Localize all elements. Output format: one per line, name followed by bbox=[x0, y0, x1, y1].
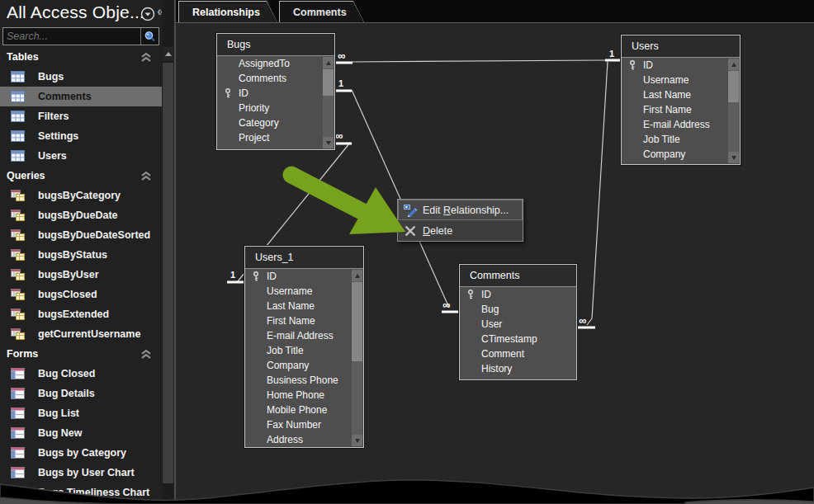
field-row[interactable]: Fax Number bbox=[245, 417, 363, 432]
sidebar-item-bugs-by-category[interactable]: Bugs by Category bbox=[0, 443, 162, 463]
field-row[interactable]: E-mail Address bbox=[245, 328, 363, 343]
field-row[interactable]: E-mail Address bbox=[622, 117, 740, 132]
query-icon bbox=[11, 229, 25, 241]
table-box-bugs[interactable]: Bugs AssignedTo Comments ID Priority Cat… bbox=[216, 33, 335, 150]
sidebar-item-bugsbyduedate[interactable]: bugsByDueDate bbox=[0, 205, 162, 225]
menu-item-edit-relationship[interactable]: Edit Relationship... bbox=[398, 200, 523, 220]
field-row[interactable]: Bug bbox=[460, 302, 576, 317]
section-header-tables[interactable]: Tables bbox=[0, 47, 162, 67]
box-scrollbar[interactable] bbox=[323, 57, 334, 148]
sidebar-item-bug-new[interactable]: Bug New bbox=[0, 423, 162, 443]
field-row[interactable]: Project bbox=[217, 130, 334, 145]
section-header-queries[interactable]: Queries bbox=[0, 166, 162, 186]
scroll-up-button[interactable] bbox=[728, 59, 739, 70]
section-header-forms[interactable]: Forms bbox=[0, 344, 162, 364]
table-box-title[interactable]: Bugs bbox=[217, 34, 334, 55]
table-box-title[interactable]: Users bbox=[622, 35, 740, 57]
field-row[interactable]: ID bbox=[622, 58, 740, 73]
document-tab-bar: Relationships Comments bbox=[176, 0, 814, 22]
form-icon bbox=[11, 368, 25, 379]
scroll-up-button[interactable] bbox=[163, 47, 173, 61]
sidebar-item-bugsextended[interactable]: bugsExtended bbox=[0, 304, 162, 324]
sidebar-item-users[interactable]: Users bbox=[0, 146, 162, 166]
field-row[interactable]: Priority bbox=[217, 101, 334, 115]
field-row[interactable]: Job Title bbox=[245, 343, 363, 358]
sidebar-item-bug-closed[interactable]: Bug Closed bbox=[0, 364, 162, 384]
sidebar-item-bugs-by-user-chart[interactable]: Bugs by User Chart bbox=[0, 463, 162, 483]
field-row[interactable]: History bbox=[460, 361, 576, 376]
pane-separator[interactable] bbox=[174, 0, 176, 504]
sidebar-item-bugsbyduedatesorted[interactable]: bugsByDueDateSorted bbox=[0, 225, 162, 245]
sidebar-item-bugsbycategory[interactable]: bugsByCategory bbox=[0, 186, 162, 205]
sidebar-item-getcurrentusername[interactable]: getCurrentUsername bbox=[0, 324, 162, 344]
sidebar-item-bugsbyuser[interactable]: bugsByUser bbox=[0, 265, 162, 285]
query-icon bbox=[11, 249, 25, 261]
field-row[interactable]: Address bbox=[245, 432, 363, 447]
tab-relationships[interactable]: Relationships bbox=[178, 1, 277, 22]
query-icon bbox=[11, 328, 25, 340]
field-row[interactable]: User bbox=[460, 317, 576, 332]
sidebar-item-bug-details[interactable]: Bug Details bbox=[0, 384, 162, 403]
scroll-down-button[interactable] bbox=[352, 435, 362, 446]
box-scrollbar[interactable] bbox=[728, 59, 739, 163]
sidebar-item-bugsclosed[interactable]: bugsClosed bbox=[0, 285, 162, 304]
field-row[interactable]: Comments bbox=[217, 71, 334, 86]
field-row[interactable]: ID bbox=[460, 287, 576, 302]
scroll-up-button[interactable] bbox=[352, 270, 362, 281]
sidebar-item-filters[interactable]: Filters bbox=[0, 106, 162, 126]
table-box-users1[interactable]: Users_1 ID Username Last Name First Name… bbox=[244, 246, 364, 448]
field-row[interactable]: Company bbox=[622, 147, 740, 162]
scroll-down-button[interactable] bbox=[728, 152, 739, 163]
table-box-comments[interactable]: Comments ID Bug User CTimestamp Comment … bbox=[459, 264, 577, 380]
access-window: All Access Obje... « Tables bbox=[0, 0, 814, 504]
field-row[interactable]: Business Phone bbox=[245, 373, 363, 388]
field-row[interactable]: CTimestamp bbox=[460, 332, 576, 346]
field-row[interactable]: AssignedTo bbox=[217, 56, 334, 71]
sidebar-item-bug-list[interactable]: Bug List bbox=[0, 403, 162, 423]
primary-key-icon bbox=[628, 60, 637, 70]
field-row[interactable]: Comment bbox=[460, 346, 576, 361]
form-icon bbox=[11, 487, 25, 498]
sidebar-item-bugs-timeliness-chart[interactable]: Bugs Timeliness Chart bbox=[0, 483, 162, 502]
form-icon bbox=[11, 447, 25, 459]
menu-item-delete[interactable]: Delete bbox=[398, 220, 523, 241]
sidebar-item-bugsbystatus[interactable]: bugsByStatus bbox=[0, 245, 162, 265]
field-row[interactable]: Last Name bbox=[245, 299, 363, 313]
form-icon bbox=[11, 407, 25, 419]
table-box-title[interactable]: Users_1 bbox=[245, 247, 363, 268]
field-row[interactable]: ID bbox=[245, 269, 363, 284]
search-input[interactable] bbox=[3, 28, 140, 45]
field-row[interactable]: Username bbox=[245, 284, 363, 299]
field-row[interactable]: First Name bbox=[245, 313, 363, 328]
form-icon bbox=[11, 388, 25, 399]
nav-scrollbar[interactable] bbox=[162, 0, 174, 504]
field-row[interactable]: Job Title bbox=[622, 132, 740, 147]
edit-relationship-icon bbox=[404, 204, 418, 217]
scrollbar-thumb[interactable] bbox=[163, 63, 173, 483]
field-row[interactable]: Username bbox=[622, 73, 740, 87]
scrollbar-thumb[interactable] bbox=[728, 71, 739, 102]
sidebar-item-settings[interactable]: Settings bbox=[0, 126, 162, 146]
sidebar-item-comments[interactable]: Comments bbox=[0, 87, 162, 106]
query-icon bbox=[11, 210, 25, 221]
scroll-up-button[interactable] bbox=[323, 57, 334, 68]
table-box-users[interactable]: Users ID Username Last Name First Name E… bbox=[621, 35, 741, 165]
field-row[interactable]: Company bbox=[245, 358, 363, 373]
table-icon bbox=[11, 150, 25, 162]
table-box-title[interactable]: Comments bbox=[460, 265, 576, 286]
tab-comments[interactable]: Comments bbox=[279, 1, 364, 22]
field-row[interactable]: Category bbox=[217, 115, 334, 130]
scrollbar-thumb[interactable] bbox=[323, 69, 334, 96]
nav-menu-circle-icon[interactable] bbox=[140, 7, 155, 21]
field-row[interactable]: Last Name bbox=[622, 87, 740, 102]
field-row[interactable]: Home Phone bbox=[245, 388, 363, 403]
box-scrollbar[interactable] bbox=[352, 270, 362, 446]
search-button[interactable] bbox=[140, 28, 159, 45]
scroll-down-button[interactable] bbox=[323, 137, 334, 148]
field-row[interactable]: First Name bbox=[622, 102, 740, 117]
field-row[interactable]: ID bbox=[217, 86, 334, 101]
navigation-pane: All Access Obje... « Tables bbox=[0, 0, 162, 504]
sidebar-item-bugs[interactable]: Bugs bbox=[0, 67, 162, 87]
scrollbar-thumb[interactable] bbox=[352, 282, 362, 361]
field-row[interactable]: Mobile Phone bbox=[245, 403, 363, 417]
